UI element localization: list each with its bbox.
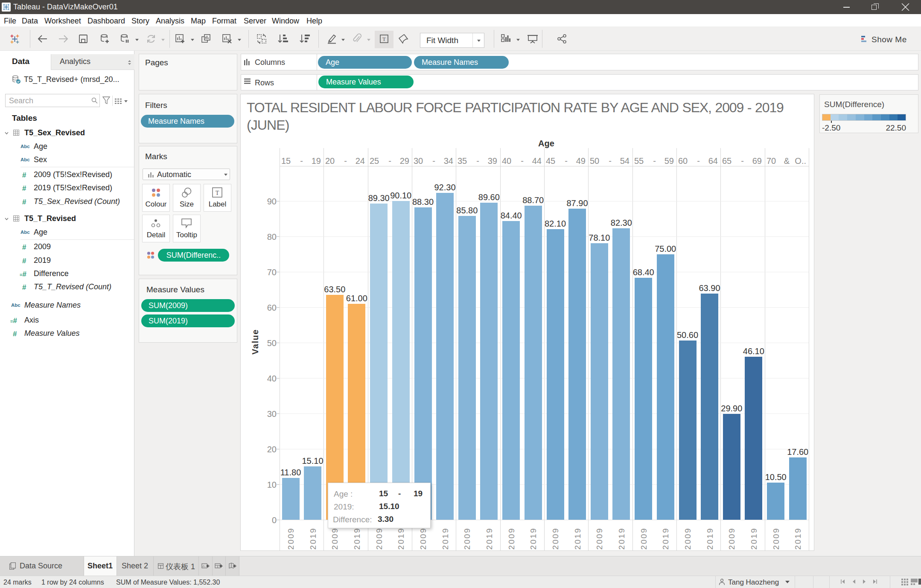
svg-text:T: T <box>216 190 219 196</box>
svg-text:T: T <box>382 36 386 42</box>
